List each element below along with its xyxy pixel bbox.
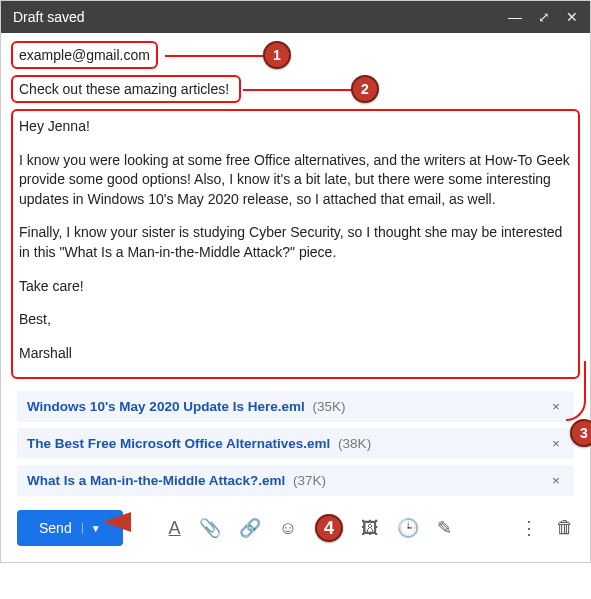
- callout-4: 4: [315, 514, 343, 542]
- attachment-size: (35K): [312, 399, 345, 414]
- subject-field[interactable]: Check out these amazing articles!: [11, 75, 241, 103]
- attachment-remove-icon[interactable]: ×: [548, 399, 564, 414]
- body-line: I know you were looking at some free Off…: [19, 151, 572, 210]
- expand-icon[interactable]: ⤢: [538, 9, 550, 25]
- attachment-size: (38K): [338, 436, 371, 451]
- body-line: Marshall: [19, 344, 572, 364]
- send-options-icon[interactable]: ▼: [82, 523, 101, 534]
- pen-icon[interactable]: ✎: [437, 517, 452, 539]
- format-icon[interactable]: A: [169, 518, 181, 539]
- attachment-row[interactable]: Windows 10's May 2020 Update Is Here.eml…: [17, 391, 574, 422]
- attachment-row[interactable]: The Best Free Microsoft Office Alternati…: [17, 428, 574, 459]
- to-value: example@gmail.com: [19, 47, 150, 63]
- attachment-remove-icon[interactable]: ×: [548, 473, 564, 488]
- attachment-name: What Is a Man-in-the-Middle Attack?.eml: [27, 473, 285, 488]
- subject-value: Check out these amazing articles!: [19, 81, 229, 97]
- link-icon[interactable]: 🔗: [239, 517, 261, 539]
- compose-content: example@gmail.com 1 Check out these amaz…: [1, 33, 590, 562]
- attachment-row[interactable]: What Is a Man-in-the-Middle Attack?.eml …: [17, 465, 574, 496]
- attach-icon[interactable]: 📎: [199, 517, 221, 539]
- callout-3: 3: [570, 419, 591, 447]
- body-line: Finally, I know your sister is studying …: [19, 223, 572, 262]
- to-field[interactable]: example@gmail.com: [11, 41, 158, 69]
- callout-1: 1: [263, 41, 291, 69]
- attachment-remove-icon[interactable]: ×: [548, 436, 564, 451]
- minimize-icon[interactable]: ―: [508, 9, 522, 25]
- send-label: Send: [39, 520, 72, 536]
- more-options-icon[interactable]: ⋮: [520, 517, 538, 539]
- window-title: Draft saved: [13, 9, 85, 25]
- compose-window: Draft saved ― ⤢ ✕ example@gmail.com 1 Ch…: [0, 0, 591, 563]
- image-icon[interactable]: 🖼: [361, 518, 379, 539]
- attachments-area: Windows 10's May 2020 Update Is Here.eml…: [11, 391, 580, 496]
- format-toolbar: A 📎 🔗 ☺ 4 🖼 🕒 ✎: [169, 514, 452, 542]
- annotation-arrow-icon: [103, 512, 131, 532]
- discard-icon[interactable]: 🗑: [556, 517, 574, 539]
- compose-footer: Send ▼ A 📎 🔗 ☺ 4 🖼 🕒 ✎ ⋮ 🗑: [11, 502, 580, 552]
- close-icon[interactable]: ✕: [566, 9, 578, 25]
- attachment-name: Windows 10's May 2020 Update Is Here.eml: [27, 399, 305, 414]
- attachment-name: The Best Free Microsoft Office Alternati…: [27, 436, 330, 451]
- emoji-icon[interactable]: ☺: [279, 518, 297, 539]
- body-field[interactable]: Hey Jenna! I know you were looking at so…: [11, 109, 580, 379]
- attachment-size: (37K): [293, 473, 326, 488]
- titlebar: Draft saved ― ⤢ ✕: [1, 1, 590, 33]
- body-line: Best,: [19, 310, 572, 330]
- body-line: Hey Jenna!: [19, 117, 572, 137]
- body-line: Take care!: [19, 277, 572, 297]
- callout-2: 2: [351, 75, 379, 103]
- confidential-icon[interactable]: 🕒: [397, 517, 419, 539]
